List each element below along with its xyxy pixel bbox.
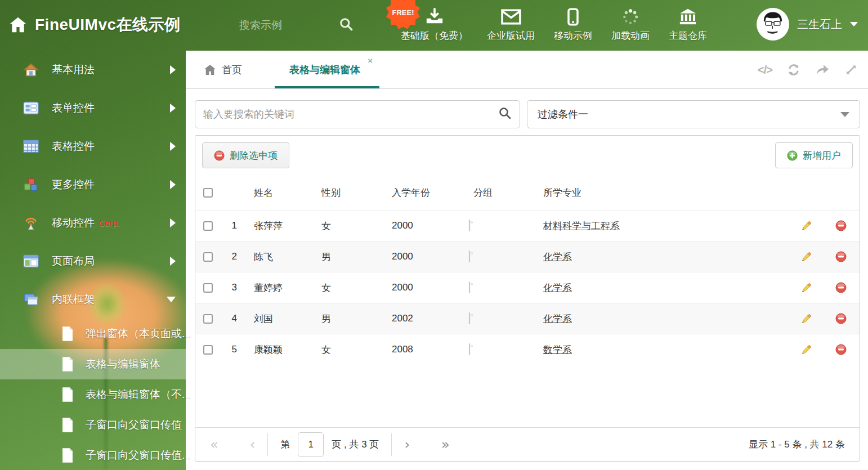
delete-selected-button[interactable]: 删除选中项 [202, 142, 289, 168]
add-user-button[interactable]: 新增用户 [775, 142, 853, 168]
maximize-icon[interactable] [844, 63, 858, 77]
pencil-icon [801, 220, 812, 231]
column-header-group[interactable]: 分组 [462, 186, 535, 199]
sidebar-item-more-controls[interactable]: 更多控件 [0, 165, 186, 204]
grid-toolbar: 删除选中项 新增用户 [195, 136, 860, 175]
page-number-input[interactable] [298, 432, 324, 457]
sidebar-subitem-popup-window[interactable]: 弹出窗体（本页面或... [0, 319, 186, 349]
major-link[interactable]: 化学系 [543, 252, 572, 262]
layout-icon [23, 254, 39, 268]
nav-item-enterprise-trial[interactable]: 企业版试用 [487, 8, 535, 42]
chevron-right-icon [170, 218, 176, 227]
sidebar-subitem-child-to-parent-2[interactable]: 子窗口向父窗口传值... [0, 440, 186, 470]
sidebar-item-form-controls[interactable]: 表单控件 [0, 89, 186, 127]
row-checkbox[interactable] [203, 283, 213, 293]
search-icon[interactable] [339, 17, 354, 34]
last-page-button[interactable]: » [441, 438, 450, 451]
file-icon [61, 417, 74, 433]
top-header: FineUIMvc在线示例 FREE! 基础版（免费） 企业版试用 移动示例 [0, 0, 868, 51]
filter-dropdown-value: 过滤条件一 [538, 108, 840, 121]
major-link[interactable]: 材料科学与工程系 [543, 221, 620, 231]
delete-button[interactable] [822, 344, 860, 355]
pencil-icon [801, 344, 812, 355]
sidebar-item-basic-usage[interactable]: 基本用法 [0, 51, 186, 89]
nav-item-theme-repository[interactable]: 主题仓库 [669, 8, 707, 42]
table-row[interactable]: 1 张萍萍 女 2000 材料科学与工程系 [195, 210, 860, 241]
edit-button[interactable] [791, 313, 822, 324]
table-row[interactable]: 5 康颖颖 女 2008 数学系 [195, 334, 860, 365]
edit-button[interactable] [791, 282, 822, 293]
sidebar-item-grid-controls[interactable]: 表格控件 [0, 127, 186, 165]
page-prefix: 第 [280, 438, 290, 451]
sidebar-subitem-grid-edit-window-2[interactable]: 表格与编辑窗体（不... [0, 379, 186, 410]
file-icon [61, 387, 74, 402]
major-link[interactable]: 化学系 [543, 283, 572, 293]
chevron-down-icon [850, 22, 858, 26]
keyword-search-box [195, 100, 520, 128]
user-menu[interactable]: 三生石上 [757, 8, 858, 41]
tab-grid-edit-window[interactable]: 表格与编辑窗体 × [275, 51, 379, 88]
delete-button[interactable] [822, 251, 860, 262]
corp-badge: Corp. [99, 218, 120, 228]
form-icon [23, 101, 39, 115]
bank-icon [678, 8, 697, 26]
header-nav: 基础版（免费） 企业版试用 移动示例 加载动画 [401, 8, 707, 42]
filter-dropdown[interactable]: 过滤条件一 [527, 100, 860, 128]
column-header-major[interactable]: 所学专业 [535, 186, 791, 199]
sidebar-item-iframe[interactable]: 内联框架 [0, 280, 186, 319]
user-name: 三生石上 [797, 17, 842, 32]
select-all-checkbox[interactable] [203, 188, 213, 198]
download-icon [425, 8, 444, 26]
pencil-icon [801, 251, 812, 262]
antenna-icon [23, 216, 39, 230]
column-header-year[interactable]: 入学年份 [381, 186, 462, 199]
major-link[interactable]: 数学系 [543, 344, 572, 355]
source-code-icon[interactable]: </> [758, 64, 772, 77]
row-checkbox[interactable] [203, 345, 213, 355]
row-checkbox[interactable] [203, 252, 213, 262]
home-icon[interactable] [9, 16, 27, 35]
chevron-right-icon [170, 104, 176, 113]
keyword-search-input[interactable] [203, 109, 498, 120]
minus-circle-icon [214, 150, 225, 161]
major-link[interactable]: 化学系 [543, 314, 572, 324]
table-row[interactable]: 4 刘国 男 2002 化学系 [195, 303, 860, 334]
row-checkbox[interactable] [203, 314, 213, 324]
tab-home[interactable]: 首页 [189, 51, 257, 88]
tag-icon [469, 312, 470, 324]
edit-button[interactable] [791, 220, 822, 231]
file-icon [61, 326, 74, 342]
sidebar-subitem-grid-edit-window[interactable]: 表格与编辑窗体 [0, 349, 186, 379]
spinner-icon [621, 8, 639, 26]
table-row[interactable]: 2 陈飞 男 2000 化学系 [195, 241, 860, 272]
column-header-name[interactable]: 姓名 [243, 186, 310, 199]
nav-item-loading-animations[interactable]: 加载动画 [611, 8, 650, 42]
pagination-bar: « ‹ 第 页 , 共 3 页 › » 显示 1 - 5 条 , 共 12 条 [195, 427, 860, 461]
close-icon[interactable]: × [368, 56, 373, 65]
row-checkbox[interactable] [203, 221, 213, 231]
search-icon[interactable] [498, 106, 512, 122]
nav-item-mobile-demo[interactable]: 移动示例 [554, 8, 592, 42]
delete-button[interactable] [822, 220, 860, 231]
refresh-icon[interactable] [787, 63, 800, 77]
table-row[interactable]: 3 董婷婷 女 2000 化学系 [195, 272, 860, 303]
edit-button[interactable] [791, 344, 822, 355]
tag-icon [469, 220, 470, 231]
column-header-gender[interactable]: 性别 [310, 186, 381, 199]
sidebar-item-page-layout[interactable]: 页面布局 [0, 242, 186, 280]
tag-icon [469, 250, 470, 262]
sidebar-item-mobile-controls[interactable]: 移动控件 Corp. [0, 204, 186, 242]
header-search-input[interactable] [239, 16, 335, 35]
minus-circle-icon [835, 313, 847, 324]
edit-button[interactable] [791, 251, 822, 262]
free-badge: FREE! [387, 0, 419, 28]
delete-button[interactable] [822, 313, 860, 324]
first-page-button[interactable]: « [210, 438, 218, 451]
sidebar-subitem-child-to-parent[interactable]: 子窗口向父窗口传值 [0, 410, 186, 440]
file-icon [61, 447, 74, 463]
open-new-window-icon[interactable] [815, 63, 830, 77]
delete-button[interactable] [822, 282, 860, 293]
next-page-button[interactable]: › [404, 438, 410, 451]
tag-icon [469, 281, 470, 293]
prev-page-button[interactable]: ‹ [250, 438, 256, 451]
